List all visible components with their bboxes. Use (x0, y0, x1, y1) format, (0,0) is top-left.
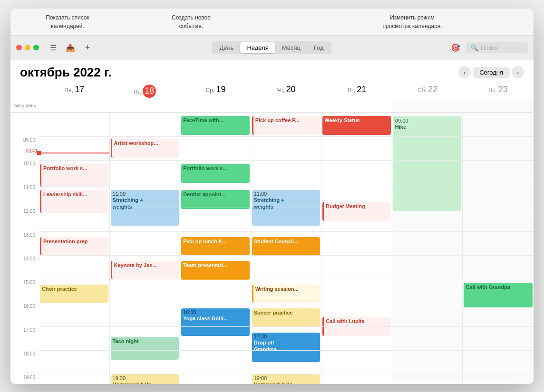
today-button[interactable]: Сегодня (473, 67, 510, 78)
tab-year[interactable]: Год (307, 42, 330, 53)
event-dentist[interactable]: Dentist appoint... (181, 190, 250, 209)
event-student-council[interactable]: Student Council... (252, 237, 321, 256)
day-col-fri[interactable]: Weekly Status Budget Meeting Call with L… (321, 113, 392, 384)
day-col-sun[interactable]: Call with Grandpa (463, 113, 534, 384)
time-label-1500: 15:00 (10, 279, 39, 303)
event-presentation[interactable]: Presentation prep (40, 237, 108, 255)
time-label-1600: 16:00 (10, 303, 39, 326)
day-header-sat[interactable]: Сб, 22 (392, 83, 463, 101)
event-stretching-tue[interactable]: 11:00 Stretching +weights (111, 190, 179, 226)
fullscreen-button[interactable] (33, 45, 39, 50)
view-tab-group: День Неделя Месяц Год (212, 41, 331, 54)
calendar-list-icon[interactable]: ☰ (47, 41, 60, 54)
event-dropoff[interactable]: 17:30 Drop offGrandma... (252, 333, 321, 362)
event-hike[interactable]: 09:00 Hike (393, 116, 462, 211)
search-placeholder: Поиск (481, 44, 498, 51)
event-pickup-coffee[interactable]: Pick up coffee P... (252, 116, 321, 135)
close-button[interactable] (16, 45, 22, 50)
day-col-wed[interactable]: FaceTime with... Portfolio work s... Den… (180, 113, 251, 384)
day-col-sat[interactable]: 09:00 Hike (392, 113, 463, 384)
event-facetime[interactable]: FaceTime with... (181, 116, 250, 135)
day-header-sun[interactable]: Вс, 23 (463, 83, 534, 101)
event-yoga[interactable]: 16:00 Yoga class Gold... (181, 308, 250, 336)
event-budget[interactable]: Budget Meeting (322, 202, 391, 221)
prev-week-button[interactable]: ‹ (458, 66, 471, 78)
event-weekly-status[interactable]: Weekly Status (322, 116, 391, 135)
event-choir[interactable]: Choir practice (40, 285, 108, 303)
tab-month[interactable]: Месяц (275, 42, 307, 53)
time-label-1300: 13:00 (10, 231, 39, 255)
focus-icon[interactable]: 🎯 (449, 41, 462, 54)
all-day-sat[interactable] (392, 101, 463, 112)
tab-week[interactable]: Неделя (240, 42, 275, 53)
all-day-sun[interactable] (463, 101, 534, 112)
annotation-show-list: Показать список календарей. (39, 13, 96, 30)
all-day-row: весь день (10, 101, 534, 113)
event-team-presentation[interactable]: Team presentati... (181, 261, 250, 280)
event-keynote[interactable]: Keynote by Jas... (111, 261, 179, 279)
annotation-create-event: Создать новое событие. (163, 13, 220, 30)
event-portfolio-wed[interactable]: Portfolio work s... (181, 164, 250, 183)
time-label-1900: 19:00 (10, 374, 39, 384)
day-col-mon[interactable]: 09:41 Portfolio work s... Leadership ski… (39, 113, 110, 384)
event-call-grandpa[interactable]: Call with Grandpa (464, 283, 533, 307)
day-header-wed[interactable]: Ср, 19 (180, 83, 251, 101)
all-day-fri[interactable] (321, 101, 392, 112)
event-portfolio-mon[interactable]: Portfolio work s... (40, 164, 108, 187)
event-taco[interactable]: Taco night (111, 337, 179, 360)
all-day-thu[interactable] (251, 101, 322, 112)
time-label-1800: 18:00 (10, 350, 39, 374)
add-event-button[interactable]: + (81, 41, 94, 54)
day-header-thu[interactable]: Чт, 20 (251, 83, 322, 101)
event-leadership[interactable]: Leadership skill... (40, 190, 108, 213)
day-header-fri[interactable]: Пт, 21 (321, 83, 392, 101)
search-box[interactable]: 🔍 Поиск (466, 42, 528, 53)
traffic-lights (16, 45, 39, 50)
day-col-tue[interactable]: Artist workshop... 11:00 Stretching +wei… (110, 113, 181, 384)
next-week-button[interactable]: › (512, 66, 524, 78)
calendar-header: октябрь 2022 г. ‹ Сегодня › (10, 60, 534, 83)
event-writing[interactable]: Writing session... (252, 285, 321, 303)
event-stretching-thu[interactable]: 11:00 Stretching +weights (252, 190, 321, 226)
day-headers: Пн, 17 Вт, 18 Ср, 19 Чт, 20 Пт, 21 Сб, 2… (10, 83, 534, 101)
all-day-label: весь день (10, 101, 39, 112)
event-homework-tue[interactable]: 19:00 Homework help (111, 374, 179, 384)
time-label-1000: 10:00 (10, 160, 39, 184)
titlebar: ☰ 📥 + День Неделя Месяц Год 🎯 🔍 Поиск (10, 36, 534, 60)
all-day-mon[interactable] (39, 101, 110, 112)
event-soccer[interactable]: Soccer practice (252, 308, 321, 326)
time-label-1100: 11:00 (10, 184, 39, 208)
search-icon: 🔍 (471, 44, 478, 51)
annotation-change-view: Изменить режим просмотра календаря. (377, 13, 448, 30)
event-homework-thu[interactable]: 19:00 Homework help (252, 374, 321, 384)
month-year-title: октябрь 2022 г. (20, 65, 111, 80)
day-header-mon[interactable]: Пн, 17 (39, 83, 110, 101)
time-label-1200: 12:00 (10, 208, 39, 231)
tab-day[interactable]: День (213, 42, 240, 53)
time-label-1400: 14:00 (10, 255, 39, 279)
time-grid: 09:00 10:00 11:00 12:00 13:00 14:00 15:0… (10, 113, 534, 384)
grid-area: 09:41 Portfolio work s... Leadership ski… (39, 113, 534, 384)
event-artist[interactable]: Artist workshop... (111, 139, 179, 158)
event-pickup-lunch[interactable]: Pick up lunch K... (181, 237, 250, 255)
time-label-1700: 17:00 (10, 326, 39, 350)
minimize-button[interactable] (25, 45, 30, 50)
day-header-tue[interactable]: Вт, 18 (110, 83, 181, 101)
all-day-tue[interactable] (110, 101, 181, 112)
day-col-thu[interactable]: Pick up coffee P... 11:00 Stretching +we… (251, 113, 322, 384)
event-call-lupita[interactable]: Call with Lupita (322, 317, 391, 336)
all-day-wed[interactable] (180, 101, 251, 112)
calendar-window: Показать список календарей. Создать ново… (10, 9, 534, 384)
inbox-icon[interactable]: 📥 (64, 41, 77, 54)
